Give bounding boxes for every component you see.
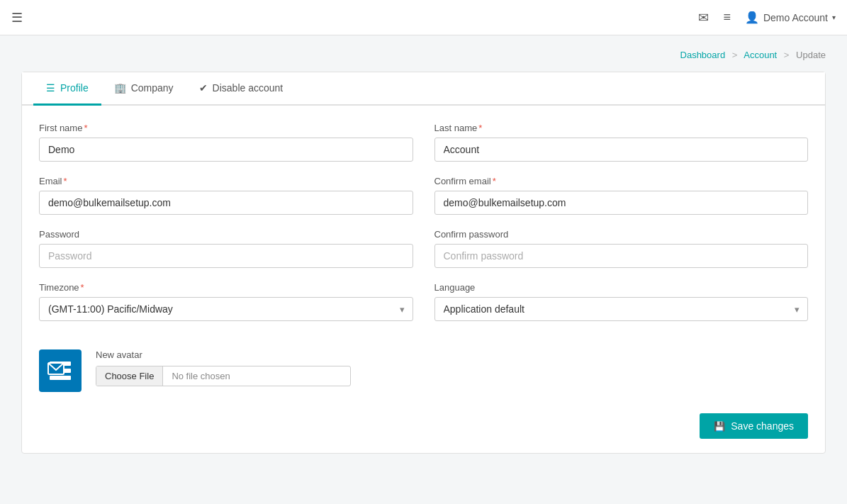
list-icon[interactable]: ≡ (723, 10, 731, 25)
user-icon: 👤 (745, 11, 759, 24)
save-icon: 💾 (714, 421, 725, 432)
confirm-password-label: Confirm password (434, 229, 809, 240)
avatar-section: New avatar Choose File No file chosen (22, 342, 825, 399)
email-required: * (64, 176, 67, 186)
navbar-left: ☰ (11, 10, 23, 26)
confirm-email-label: Confirm email* (434, 176, 809, 186)
timezone-required: * (81, 282, 84, 293)
hamburger-icon[interactable]: ☰ (11, 10, 23, 26)
content-area: Dashboard > Account > Update ☰ Profile 🏢… (0, 35, 847, 504)
language-wrapper: Application default English French Germa… (434, 297, 809, 321)
row-name: First name* Last name* (39, 123, 808, 162)
caret-icon: ▾ (832, 13, 836, 21)
password-input[interactable] (39, 244, 413, 268)
language-select[interactable]: Application default English French Germa… (434, 297, 809, 321)
file-input-wrapper: Choose File No file chosen (96, 366, 351, 386)
group-password: Password (39, 229, 413, 268)
language-label: Language (434, 282, 809, 293)
last-name-label: Last name* (434, 123, 809, 133)
navbar-right: ✉ ≡ 👤 Demo Account ▾ (698, 10, 836, 26)
row-tz-lang: Timezone* (GMT-11:00) Pacific/Midway (GM… (39, 282, 808, 321)
group-first-name: First name* (39, 123, 413, 162)
tab-profile-label: Profile (60, 82, 89, 94)
form-footer: 💾 Save changes (22, 399, 825, 439)
save-button-label: Save changes (731, 420, 794, 432)
breadcrumb-sep1: > (732, 50, 738, 60)
last-name-required: * (478, 123, 482, 133)
tabs: ☰ Profile 🏢 Company ✔ Disable account (22, 72, 825, 106)
breadcrumb-sep2: > (784, 50, 790, 60)
group-confirm-email: Confirm email* (434, 176, 809, 215)
form-area: First name* Last name* Email* (22, 106, 825, 342)
confirm-email-required: * (493, 176, 496, 186)
timezone-wrapper: (GMT-11:00) Pacific/Midway (GMT-10:00) H… (39, 297, 413, 321)
tab-profile-icon: ☰ (46, 82, 55, 94)
confirm-email-input[interactable] (434, 191, 809, 215)
tab-profile[interactable]: ☰ Profile (33, 72, 101, 106)
breadcrumb: Dashboard > Account > Update (21, 50, 826, 60)
password-label: Password (39, 229, 413, 240)
card: ☰ Profile 🏢 Company ✔ Disable account Fi… (21, 72, 826, 454)
breadcrumb-dashboard[interactable]: Dashboard (680, 50, 726, 60)
group-last-name: Last name* (434, 123, 809, 162)
breadcrumb-current: Update (796, 50, 826, 60)
navbar: ☰ ✉ ≡ 👤 Demo Account ▾ (0, 0, 847, 35)
avatar-svg (44, 354, 77, 387)
tab-disable[interactable]: ✔ Disable account (186, 72, 296, 106)
tab-disable-label: Disable account (213, 82, 284, 94)
user-menu[interactable]: 👤 Demo Account ▾ (745, 11, 836, 24)
row-password: Password Confirm password (39, 229, 808, 268)
timezone-label: Timezone* (39, 282, 413, 293)
group-language: Language Application default English Fre… (434, 282, 809, 321)
avatar-right: New avatar Choose File No file chosen (96, 349, 351, 386)
last-name-input[interactable] (434, 138, 809, 162)
tab-company-label: Company (131, 82, 174, 94)
group-email: Email* (39, 176, 413, 215)
timezone-select[interactable]: (GMT-11:00) Pacific/Midway (GMT-10:00) H… (39, 297, 413, 321)
breadcrumb-account[interactable]: Account (744, 50, 777, 60)
choose-file-button[interactable]: Choose File (96, 366, 163, 386)
user-name: Demo Account (763, 12, 828, 23)
tab-company-icon: 🏢 (114, 82, 126, 94)
tab-company[interactable]: 🏢 Company (101, 72, 186, 106)
tab-disable-icon: ✔ (199, 82, 208, 94)
save-button[interactable]: 💾 Save changes (700, 413, 808, 439)
file-name-display: No file chosen (163, 366, 238, 386)
first-name-input[interactable] (39, 138, 413, 162)
new-avatar-label: New avatar (96, 349, 351, 360)
svg-rect-2 (50, 376, 71, 380)
first-name-required: * (84, 123, 87, 133)
confirm-password-input[interactable] (434, 244, 809, 268)
avatar-preview (39, 349, 82, 392)
group-timezone: Timezone* (GMT-11:00) Pacific/Midway (GM… (39, 282, 413, 321)
email-input[interactable] (39, 191, 413, 215)
mail-icon[interactable]: ✉ (698, 10, 709, 26)
email-label: Email* (39, 176, 413, 186)
group-confirm-password: Confirm password (434, 229, 809, 268)
first-name-label: First name* (39, 123, 413, 133)
row-email: Email* Confirm email* (39, 176, 808, 215)
